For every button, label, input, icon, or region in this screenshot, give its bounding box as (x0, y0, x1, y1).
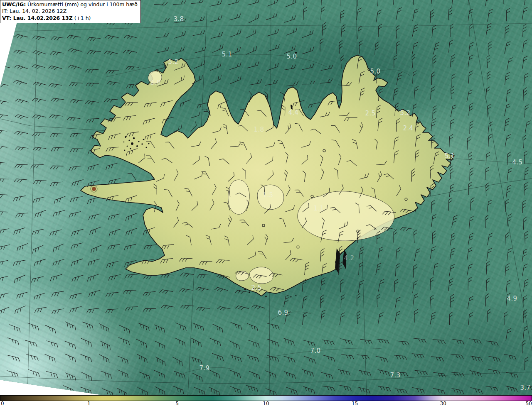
product-title: Úrkomumætti (mm) og vindur i 100m hæð (27, 1, 138, 7)
contour-label: 1.1 (314, 205, 324, 212)
colorbar-tick: 0 (1, 401, 4, 406)
colorbar-tick-labels: 01510153050 (0, 401, 532, 406)
colorbar-gradient (0, 395, 532, 401)
contour-label: 5.0 (370, 68, 381, 75)
contour-label: 7.9 (200, 364, 210, 372)
contour-label: 5.0 (287, 53, 297, 60)
weather-map: 3.85.25.15.05.02.84.42.55.22.41.85.14.51… (0, 0, 532, 395)
precip-colorbar: 01510153050 (0, 395, 532, 406)
title-line-valid: VT: Lau. 14.02.2026 13Z (+1 h) (2, 15, 138, 22)
contour-label: 5.2 (400, 109, 411, 117)
contour-label: 2.5 (251, 284, 262, 291)
colorbar-tick: 50 (526, 401, 532, 406)
contour-label: 2.5 (365, 110, 376, 117)
valid-offset: (+1 h) (74, 15, 91, 21)
product-code: UWC/IG: (2, 1, 26, 7)
weather-chart-stage: 3.85.25.15.05.02.84.42.55.22.41.85.14.51… (0, 0, 532, 406)
contour-label: 2.4 (403, 125, 414, 132)
valid-prefix: VT: (2, 15, 11, 21)
title-box: UWC/IG: Úrkomumætti (mm) og vindur i 100… (0, 0, 141, 23)
contour-label: 4.9 (507, 295, 517, 302)
contour-label: 4.2 (344, 254, 355, 262)
contour-label: 4.5 (512, 159, 523, 166)
contour-label: 6.9 (278, 309, 288, 316)
contour-label: 3.8 (174, 15, 184, 23)
contour-label: 7.3 (390, 372, 401, 379)
model-domain: 3.85.25.15.05.02.84.42.55.22.41.85.14.51… (0, 0, 532, 395)
contour-label: 5.1 (222, 51, 232, 58)
title-line-init: IT: Lau. 14. 02. 2026 12Z (2, 8, 138, 15)
contour-labels: 3.85.25.15.05.02.84.42.55.22.41.85.14.51… (0, 0, 532, 395)
colorbar-tick: 30 (440, 401, 446, 406)
colorbar-tick: 5 (175, 401, 179, 406)
contour-label: 7.0 (310, 347, 321, 355)
colorbar-tick: 10 (263, 401, 269, 406)
contour-label: 1.8 (254, 126, 264, 133)
contour-label: 5.1 (445, 152, 455, 160)
title-line-product: UWC/IG: Úrkomumætti (mm) og vindur i 100… (2, 1, 138, 8)
contour-label: 3.7 (520, 384, 531, 391)
contour-label: 1.5 (263, 191, 273, 199)
colorbar-tick: 1 (87, 401, 91, 406)
contour-label: 5.2 (168, 58, 179, 66)
valid-time: Lau. 14.02.2026 13Z (13, 15, 73, 21)
contour-label: 2.8 (150, 79, 161, 86)
colorbar-tick: 15 (352, 401, 358, 406)
contour-label: 4.4 (288, 109, 299, 116)
